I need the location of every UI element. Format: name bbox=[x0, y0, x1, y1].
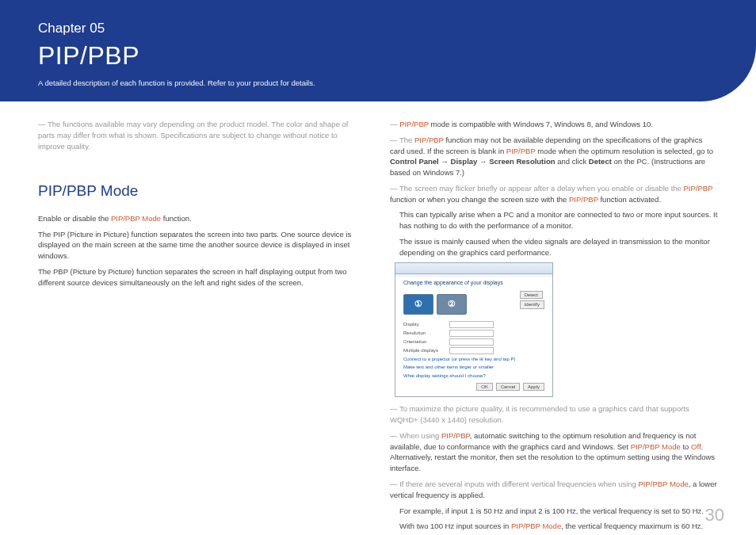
orientation-select[interactable] bbox=[449, 338, 494, 346]
enable-disable-text: Enable or disable the PIP/PBP Mode funct… bbox=[38, 213, 366, 224]
note-autores: ― When using PIP/PBP, automatic switchin… bbox=[390, 430, 718, 474]
note-flicker-2: This can typically arise when a PC and a… bbox=[390, 209, 718, 231]
monitor-2-icon: ② bbox=[437, 294, 467, 315]
page-header: Chapter 05 PIP/PBP A detailed descriptio… bbox=[0, 0, 756, 101]
cancel-button[interactable]: Cancel bbox=[496, 383, 521, 392]
section-heading: PIP/PBP Mode bbox=[38, 180, 366, 202]
note-compat: ― PIP/PBP mode is compatible with Window… bbox=[390, 119, 718, 130]
help-link[interactable]: What display settings should I choose? bbox=[403, 373, 544, 380]
display-select[interactable] bbox=[449, 321, 494, 328]
ok-button[interactable]: OK bbox=[476, 383, 493, 392]
multiple-select[interactable] bbox=[449, 347, 494, 354]
right-column: ― PIP/PBP mode is compatible with Window… bbox=[390, 119, 718, 535]
textsize-link[interactable]: Make text and other items larger or smal… bbox=[403, 364, 544, 371]
note-gpu: ― The PIP/PBP function may not be availa… bbox=[390, 135, 718, 178]
page-title: PIP/PBP bbox=[38, 41, 718, 71]
left-column: ― The functions available may vary depen… bbox=[38, 119, 366, 535]
windows-screenshot: Change the appearance of your displays ①… bbox=[395, 262, 553, 397]
apply-button[interactable]: Apply bbox=[523, 383, 544, 392]
pip-desc: The PIP (Picture in Picture) function se… bbox=[38, 229, 366, 262]
note-flicker: ― The screen may flicker briefly or appe… bbox=[390, 183, 718, 205]
page-number: 30 bbox=[705, 505, 724, 525]
note-vfreq-100: With two 100 Hz input sources in PIP/PBP… bbox=[390, 521, 718, 532]
note-wqhd: ― To maximize the picture quality, it is… bbox=[390, 403, 718, 426]
detect-button[interactable]: Detect bbox=[520, 291, 543, 300]
chapter-label: Chapter 05 bbox=[38, 21, 718, 36]
content-area: ― The functions available may vary depen… bbox=[0, 101, 756, 535]
resolution-select[interactable] bbox=[449, 330, 494, 337]
note-vfreq: ― If there are several inputs with diffe… bbox=[390, 479, 718, 501]
note-model-vary: ― The functions available may vary depen… bbox=[38, 119, 366, 151]
page-subtitle: A detailed description of each function … bbox=[38, 78, 718, 87]
note-vfreq-ex: For example, if input 1 is 50 Hz and inp… bbox=[390, 506, 718, 517]
window-heading: Change the appearance of your displays bbox=[403, 279, 544, 287]
identify-button[interactable]: Identify bbox=[520, 300, 544, 309]
monitor-1-icon: ① bbox=[403, 294, 433, 315]
projector-link[interactable]: Connect to a projector (or press the ⊞ k… bbox=[403, 356, 544, 363]
window-titlebar bbox=[395, 263, 552, 274]
monitor-preview: ① ② bbox=[403, 294, 467, 315]
pbp-desc: The PBP (Picture by Picture) function se… bbox=[38, 266, 366, 289]
note-flicker-3: The issue is mainly caused when the vide… bbox=[390, 236, 718, 258]
